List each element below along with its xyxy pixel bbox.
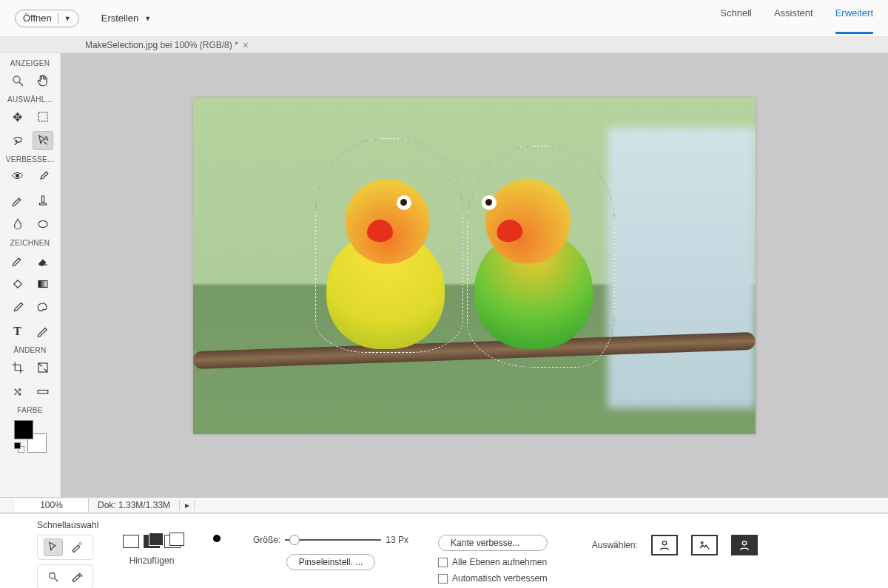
tool-variant-group [37,535,93,560]
magic-wand-variant[interactable] [44,568,63,586]
tab-expert[interactable]: Erweitert [835,3,873,34]
blur-tool[interactable] [7,214,28,234]
crop-tool[interactable] [7,358,28,377]
status-menu-arrow[interactable]: ▸ [180,500,195,510]
move-tool[interactable]: ✥ [7,107,28,126]
svg-point-16 [742,541,746,545]
svg-rect-2 [38,112,47,121]
checkbox-label: Automatisch verbessern [452,573,548,584]
sample-all-layers-checkbox[interactable]: Alle Ebenen aufnehmen [438,557,548,567]
refine-brush-variant[interactable] [67,568,87,586]
hand-tool[interactable] [33,71,53,90]
image-window [608,127,756,408]
add-selection-mode[interactable] [144,535,160,548]
svg-rect-6 [38,281,47,288]
healing-brush-tool[interactable] [7,191,28,210]
straighten-tool[interactable] [33,382,53,401]
svg-line-11 [55,578,58,582]
section-select: AUSWÄHL... [7,95,53,104]
svg-point-14 [662,541,666,545]
document-canvas[interactable] [193,98,756,434]
mode-tabs: Schnell Assistent Erweitert [720,3,873,34]
redeye-tool[interactable]: 👁 [7,167,28,186]
quick-select-variant[interactable] [44,538,63,556]
section-color: FARBE [17,406,42,414]
sponge-tool[interactable] [33,214,53,234]
slider-thumb[interactable] [289,535,300,545]
checkbox-label: Alle Ebenen aufnehmen [452,557,547,567]
auto-select-section: Auswählen: [592,535,758,555]
recompose-tool[interactable] [33,358,53,377]
select-subject-button[interactable] [651,535,678,555]
checkbox-icon [438,558,448,567]
create-button[interactable]: Erstellen ▼ [101,13,152,24]
color-swatches[interactable] [14,420,47,453]
status-bar: 100% Dok: 1.33M/1.33M ▸ [0,497,888,513]
selection-mode-label: Hinzufügen [130,555,175,566]
content-aware-move-tool[interactable]: ⤭ [7,382,28,401]
brush-settings-button[interactable]: Pinseleinstell. ... [286,554,376,570]
tool-panel: ANZEIGEN AUSWÄHL... ✥ VERBESSE... 👁 ZEIC… [0,53,61,497]
create-label: Erstellen [101,13,139,24]
tab-guided[interactable]: Assistent [774,3,813,34]
select-sky-button[interactable] [731,535,758,555]
svg-rect-8 [38,391,48,394]
subtract-selection-mode[interactable] [164,535,181,548]
clone-stamp-tool[interactable] [33,191,53,210]
svg-point-3 [45,137,47,138]
svg-point-0 [13,76,20,83]
selection-marquee-2 [467,146,615,368]
paint-bucket-tool[interactable] [7,274,28,294]
foreground-color-swatch[interactable] [14,420,33,439]
zoom-tool[interactable] [7,71,28,90]
pencil-tool[interactable] [33,322,53,341]
divider [58,13,58,24]
close-icon[interactable]: × [243,39,249,51]
eraser-tool[interactable] [33,251,53,270]
section-draw: ZEICHNEN [10,239,50,247]
svg-point-4 [47,139,48,141]
size-label: Größe: [253,535,280,545]
section-modify: ÄNDERN [13,346,46,354]
tab-quick[interactable]: Schnell [720,3,752,34]
top-bar: Öffnen ▼ Erstellen ▼ Schnell Assistent E… [0,0,888,37]
document-tab-label: MakeSelection.jpg bei 100% (RGB/8) * [85,40,238,50]
select-label: Auswählen: [592,540,638,550]
new-selection-mode[interactable] [123,535,139,548]
document-tab[interactable]: MakeSelection.jpg bei 100% (RGB/8) * × [85,39,249,51]
document-tab-strip: MakeSelection.jpg bei 100% (RGB/8) * × [0,37,888,53]
eyedropper-plus-tool[interactable] [33,167,53,186]
document-size: Dok: 1.33M/1.33M [89,500,180,510]
lasso-tool[interactable] [7,131,28,150]
section-enhance: VERBESSE... [6,155,55,163]
svg-point-13 [81,575,82,577]
select-background-button[interactable] [691,535,718,555]
canvas-area[interactable] [61,53,888,497]
marquee-tool[interactable] [33,107,53,126]
shape-tool[interactable] [33,298,53,317]
auto-enhance-checkbox[interactable]: Automatisch verbessern [438,573,548,584]
svg-point-5 [38,221,47,228]
eyedropper-tool[interactable] [7,298,28,317]
selection-mode-group [123,535,181,548]
size-slider[interactable] [285,539,381,541]
text-tool[interactable]: T [7,322,28,341]
brush-preview-icon [213,535,221,542]
tool-options-panel: Schnellauswahl Hinzufügen [0,513,888,588]
chevron-down-icon: ▼ [144,15,151,22]
selection-brush-variant[interactable] [67,538,87,556]
reset-colors-icon[interactable] [14,442,24,453]
svg-point-10 [50,573,56,579]
selection-marquee-1 [315,138,463,353]
quick-select-tool[interactable] [33,131,53,150]
zoom-level[interactable]: 100% [15,499,89,512]
refine-edge-button[interactable]: Kante verbesse... [438,535,548,551]
size-value: 13 Px [386,535,408,545]
section-view: ANZEIGEN [10,59,50,67]
svg-point-9 [79,542,81,544]
open-button[interactable]: Öffnen ▼ [15,10,79,27]
checkbox-icon [438,574,448,584]
gradient-tool[interactable] [33,274,53,294]
brush-tool[interactable] [7,251,28,270]
open-label: Öffnen [23,13,52,24]
